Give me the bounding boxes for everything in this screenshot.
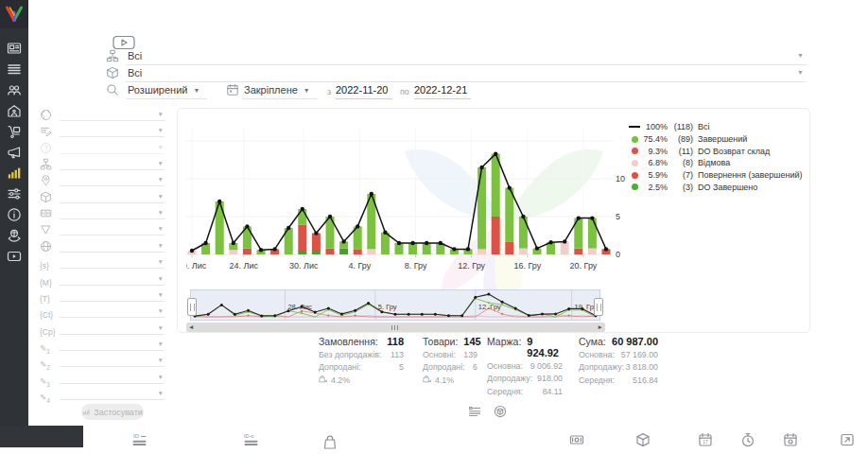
legend-item-5[interactable]: 5.9%(7)Повернення (завершений) [628,169,803,182]
legend-pct: 5.9% [641,170,668,180]
stat-value: 118 [387,336,404,347]
divider [60,120,165,121]
legend-item-3[interactable]: 9.3%(11)DO Возврат склад [628,145,803,157]
sidebar-item-globe-hands[interactable] [7,228,22,243]
sidebar-item-sliders[interactable] [7,186,22,201]
filter-select-10[interactable]: {s}▼ [40,254,165,270]
filter-select-15[interactable]: ✎1▼ [40,337,165,352]
stat-subrow: Основні:139 [423,350,477,359]
toggle-list-detail[interactable] [468,405,481,418]
column-header-stopwatch[interactable] [740,432,755,451]
apply-button[interactable]: Застосувати [81,404,144,420]
column-header-calendar-day[interactable]: 17 [698,432,713,451]
filter-select-13[interactable]: {Ct}▼ [40,304,165,319]
filter-select-9[interactable]: ▼ [40,238,165,253]
apply-button-label: Застосувати [94,408,143,417]
sidebar-item-video-play[interactable] [7,249,22,264]
svg-text:5. Гру: 5. Гру [378,303,397,311]
legend-pct: 6.8% [641,158,668,167]
svg-text:ID: ID [133,433,140,439]
chevron-down-icon: ▼ [158,275,164,282]
stat-column-3: Маржа:9 924.92Основна:9 006.92Допродажу:… [487,336,563,396]
filter-select-6[interactable]: ▼ [40,189,165,204]
column-header-banknote[interactable] [569,432,584,451]
sidebar-item-info[interactable] [7,207,22,222]
svg-text:10: 10 [616,174,625,183]
chevron-down-icon: ▼ [158,127,164,133]
tutorial-video-button[interactable] [113,35,135,50]
column-header-id-o[interactable]: ID-o [244,432,259,451]
column-header-calendar-pin[interactable] [783,432,798,451]
filter-select-8[interactable]: ▼ [40,221,165,236]
filter-select-4[interactable]: ▼ [40,156,165,171]
date-from-field[interactable]: 2022-11-20 [336,84,392,96]
app-logo[interactable] [0,0,28,28]
filter-select-3: ▼ [40,140,165,155]
legend-swatch [628,148,641,154]
svg-text:30. Лис: 30. Лис [289,261,319,271]
column-header-panel-arrow[interactable] [840,432,855,451]
filter-select-5[interactable]: ▼ [40,172,165,187]
package-icon [106,66,119,79]
column-header-bag[interactable] [322,435,338,454]
orders-chart[interactable]: 20. Лис24. Лис30. Лис4. Гру8. Гру12. Гру… [186,116,631,279]
svg-text:4. Гру: 4. Гру [348,261,371,271]
sidebar-item-panel-image[interactable] [7,41,22,56]
sidebar-item-megaphone[interactable] [7,145,22,160]
legend-pct: 75.4% [641,134,668,144]
product-filter-select[interactable]: Всі ▼ [106,66,807,82]
search-mode-select[interactable]: Розширений▼ [128,84,200,96]
legend-pct: 100% [641,122,668,131]
navigator-left-handle[interactable] [187,298,197,316]
sidebar-item-home-users[interactable] [7,103,22,118]
legend-item-6[interactable]: 2.5%(3)DO Завершено [628,181,803,193]
legend-swatch [628,160,641,166]
custom-field-3: ✎3 [40,371,52,383]
chart-scrollbar[interactable]: ◄ ► [186,323,605,332]
filter-select-16[interactable]: ✎2▼ [40,353,165,368]
filter-select-17[interactable]: ✎3▼ [40,370,165,385]
search-icon [106,83,119,96]
chevron-down-icon: ▼ [158,111,164,117]
column-header-package[interactable] [635,432,651,451]
sidebar-item-handcart[interactable] [7,124,22,139]
divider [60,185,165,186]
svg-text:20. Гру: 20. Гру [570,261,598,271]
scroll-left-icon[interactable]: ◄ [188,323,194,331]
scrollbar-grip[interactable] [391,325,398,330]
logo-icon [5,6,24,23]
filter-select-2[interactable]: ▼ [40,123,165,138]
chart-navigator[interactable]: 28. Лис5. Гру12. Гру19. Гру [190,289,600,321]
filter-select-14[interactable]: {Cp}▼ [40,321,165,336]
filter-select-18[interactable]: ✎4▼ [40,386,165,401]
scroll-right-icon[interactable]: ► [598,323,603,331]
toggle-cube-circle[interactable] [494,405,507,418]
stat-value: 9 924.92 [527,336,563,358]
funnel-filter-select[interactable]: Всі ▼ [106,49,807,65]
divider [60,317,165,318]
custom-field-1: ✎1 [40,338,52,350]
period-mode-select[interactable]: Закріплене▼ [244,84,310,96]
filter-select-12[interactable]: {T}▼ [40,288,165,303]
filter-select-11[interactable]: {M}▼ [40,271,165,287]
sidebar-item-list-lines[interactable] [7,61,22,77]
custom-field-4: ✎4 [40,387,52,399]
stat-subrow: Середня:516.84 [579,375,658,385]
svg-text:8. Гру: 8. Гру [405,261,427,271]
pin-icon [40,173,52,185]
filter-select-1[interactable]: ▼ [40,107,165,122]
legend-swatch [628,183,641,190]
date-to-field[interactable]: 2022-12-21 [414,84,471,96]
legend-item-1[interactable]: 100%(118)Всі [628,121,803,133]
svg-text:5: 5 [616,212,620,221]
sidebar-item-bar-chart[interactable] [7,166,22,181]
sidebar-item-users[interactable] [7,82,22,97]
filter-select-7[interactable]: ▼ [40,205,165,220]
legend-item-2[interactable]: 75.4%(89)Завершений [628,133,803,146]
date-from-value: 2022-11-20 [336,84,388,96]
crm-analytics-screen: Всі ▼ Всі ▼ Розширений▼ Закріплене▼ з 20… [0,0,868,454]
column-header-id-equals[interactable]: ID [132,432,148,451]
navigator-right-handle[interactable] [594,298,603,316]
legend-item-4[interactable]: 6.8%(8)Відмова [628,157,803,169]
divider [60,301,165,302]
